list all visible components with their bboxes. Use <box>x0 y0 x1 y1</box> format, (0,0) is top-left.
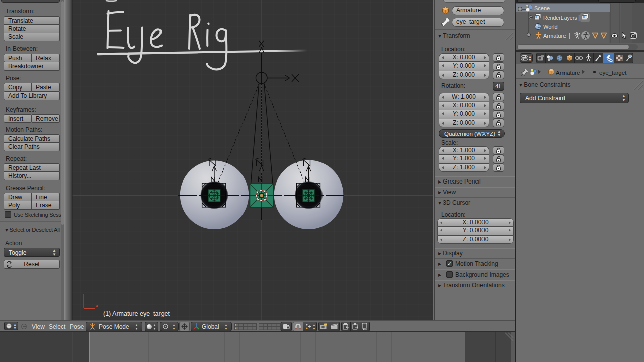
svg-text:(1) Armature eye_target: (1) Armature eye_target <box>103 310 170 317</box>
